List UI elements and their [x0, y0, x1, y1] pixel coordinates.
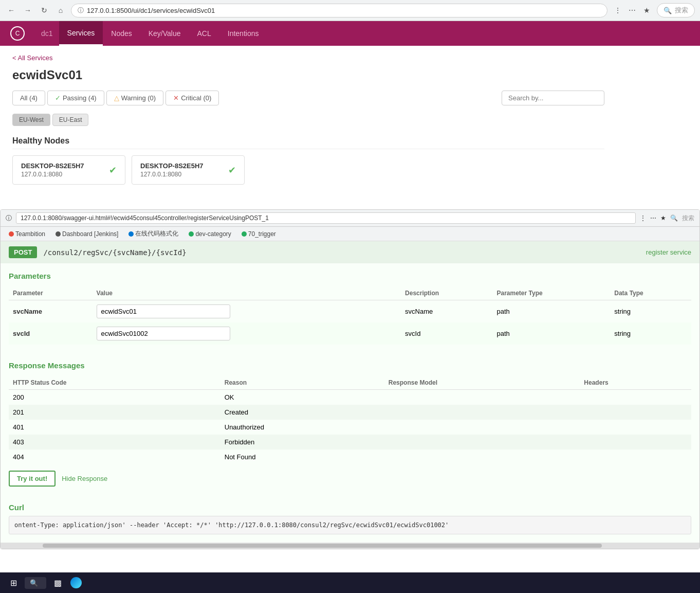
nav-nodes[interactable]: Nodes — [103, 21, 140, 46]
filter-critical[interactable]: ✕ Critical (0) — [165, 91, 219, 105]
teambition-icon — [9, 231, 14, 237]
register-service-link[interactable]: register service — [646, 248, 691, 256]
swagger-scrollbar[interactable] — [1, 543, 699, 549]
breadcrumb[interactable]: < All Services — [12, 54, 604, 62]
back-button[interactable]: ← — [5, 4, 17, 16]
params-col-type: Parameter Type — [493, 286, 611, 300]
resp-row-200: 200 OK — [9, 390, 691, 405]
nav-keyvalue[interactable]: Key/Value — [140, 21, 189, 46]
curl-content: ontent-Type: application/json' --header … — [9, 516, 691, 534]
bookmark-jenkins[interactable]: Dashboard [Jenkins] — [52, 228, 121, 239]
node-status-ok-2: ✔ — [228, 165, 236, 176]
node-card-2[interactable]: DESKTOP-8S2E5H7 127.0.0.1:8080 ✔ — [132, 155, 245, 185]
hide-response-link[interactable]: Hide Response — [62, 475, 107, 482]
resp-model-201 — [384, 405, 580, 420]
param-svcname-value-cell — [93, 300, 401, 323]
resp-row-404: 404 Not Found — [9, 450, 691, 464]
second-browser-chrome: ⓘ 127.0.0.1:8080/swagger-ui.html#!/ecwid… — [1, 210, 699, 227]
resp-headers-201 — [580, 405, 691, 420]
page-title: ecwidSvc01 — [12, 68, 604, 82]
passing-check-icon: ✓ — [55, 94, 61, 102]
resp-row-401: 401 Unauthorized — [9, 420, 691, 435]
filter-warning[interactable]: △ Warning (0) — [106, 91, 163, 105]
tag-eu-east[interactable]: EU-East — [52, 114, 89, 126]
code-format-icon — [128, 231, 134, 237]
resp-code-404: 404 — [9, 450, 220, 464]
resp-headers-404 — [580, 450, 691, 464]
filter-passing-label: Passing (4) — [63, 94, 97, 102]
star-icon-2[interactable]: ★ — [660, 214, 666, 222]
resp-reason-201: Created — [220, 405, 384, 420]
secure-icon-2: ⓘ — [6, 214, 12, 223]
node-card-1[interactable]: DESKTOP-8S2E5H7 127.0.0.1:8080 ✔ — [12, 155, 125, 185]
param-svcid-desc: svcId — [401, 322, 492, 345]
resp-headers-401 — [580, 420, 691, 435]
star-icon[interactable]: ★ — [640, 4, 653, 16]
forward-button[interactable]: → — [22, 4, 34, 16]
bookmark-dev-category[interactable]: dev-category — [186, 228, 234, 239]
url-text: 127.0.0.1:8500/ui/dc1/services/ecwidSvc0… — [87, 7, 215, 14]
search-icon-2: 🔍 — [670, 214, 678, 222]
param-svcid-input[interactable] — [97, 327, 230, 340]
second-browser-address[interactable]: 127.0.0.1:8080/swagger-ui.html#!/ecwid45… — [16, 212, 636, 224]
grid-icon[interactable]: ⋮ — [612, 4, 624, 16]
nav-intentions[interactable]: Intentions — [219, 21, 267, 46]
bookmarks-bar: Teambition Dashboard [Jenkins] 在线代码格式化 d… — [1, 227, 699, 241]
try-it-button[interactable]: Try it out! — [9, 471, 56, 487]
param-svcid-type: path — [493, 322, 611, 345]
param-svcid-value-cell — [93, 322, 401, 345]
browser-search[interactable]: 🔍 搜索 — [657, 3, 695, 17]
params-table: Parameter Value Description Parameter Ty… — [9, 286, 691, 345]
node-name-2: DESKTOP-8S2E5H7 — [140, 162, 204, 170]
nav-acl[interactable]: ACL — [189, 21, 219, 46]
nav-services[interactable]: Services — [59, 21, 103, 46]
resp-reason-404: Not Found — [220, 450, 384, 464]
consul-logo-circle: C — [10, 26, 25, 41]
resp-col-code: HTTP Status Code — [9, 376, 220, 390]
jenkins-icon — [56, 231, 61, 237]
bookmark-teambition-label: Teambition — [15, 230, 45, 238]
nav-dc-label: dc1 — [35, 29, 59, 38]
post-badge: POST — [9, 246, 37, 258]
tag-eu-west[interactable]: EU-West — [12, 114, 50, 126]
swagger-content: POST /consul2/regSvc/{svcName}/{svcId} r… — [1, 241, 699, 549]
filter-passing[interactable]: ✓ Passing (4) — [47, 91, 104, 105]
warning-icon: △ — [114, 94, 119, 102]
curl-section: Curl ontent-Type: application/json' --he… — [1, 495, 699, 543]
param-svcname-desc: svcName — [401, 300, 492, 323]
service-search-input[interactable] — [502, 91, 604, 105]
bookmark-code-format[interactable]: 在线代码格式化 — [125, 228, 181, 239]
resp-col-reason: Reason — [220, 376, 384, 390]
bookmark-teambition[interactable]: Teambition — [6, 228, 48, 239]
search-label-2: 搜索 — [682, 214, 694, 223]
search-icon: 🔍 — [664, 7, 672, 14]
resp-row-201: 201 Created — [9, 405, 691, 420]
resp-headers-200 — [580, 390, 691, 405]
params-col-description: Description — [401, 286, 492, 300]
resp-col-model: Response Model — [384, 376, 580, 390]
70-trigger-icon — [242, 231, 247, 237]
node-info-2: DESKTOP-8S2E5H7 127.0.0.1:8080 — [140, 162, 204, 178]
params-col-datatype: Data Type — [610, 286, 691, 300]
address-bar[interactable]: ⓘ 127.0.0.1:8500/ui/dc1/services/ecwidSv… — [71, 4, 607, 17]
bookmark-70-trigger-label: 70_trigger — [248, 230, 276, 238]
param-row-svcid: svcId svcId path string — [9, 322, 691, 345]
params-col-value: Value — [93, 286, 401, 300]
param-svcid-datatype: string — [610, 322, 691, 345]
swagger-scrollbar-thumb[interactable] — [43, 544, 602, 548]
resp-headers-403 — [580, 435, 691, 450]
consul-logo: C — [10, 26, 29, 41]
refresh-button[interactable]: ↻ — [38, 4, 50, 16]
bookmark-70-trigger[interactable]: 70_trigger — [238, 228, 279, 239]
param-svcname-input[interactable] — [97, 304, 230, 318]
curl-title: Curl — [9, 503, 691, 512]
grid-icon-2[interactable]: ⋮ — [640, 214, 646, 222]
more-icon[interactable]: ⋯ — [626, 4, 638, 16]
resp-reason-401: Unauthorized — [220, 420, 384, 435]
filter-all[interactable]: All (4) — [12, 91, 45, 105]
params-col-parameter: Parameter — [9, 286, 93, 300]
tag-group: EU-West EU-East — [12, 114, 604, 126]
more-icon-2[interactable]: ⋯ — [650, 214, 656, 222]
home-button[interactable]: ⌂ — [54, 4, 67, 16]
bookmark-code-format-label: 在线代码格式化 — [135, 229, 178, 238]
